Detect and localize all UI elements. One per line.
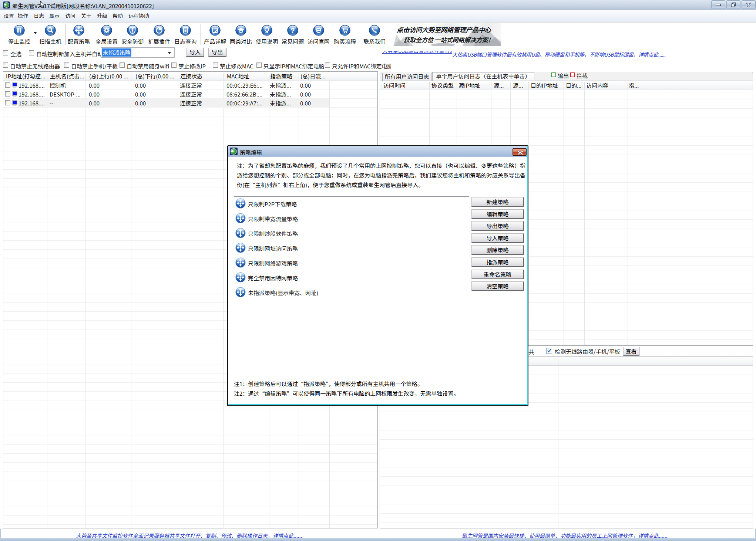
svg-text:?: ? [291,27,295,34]
